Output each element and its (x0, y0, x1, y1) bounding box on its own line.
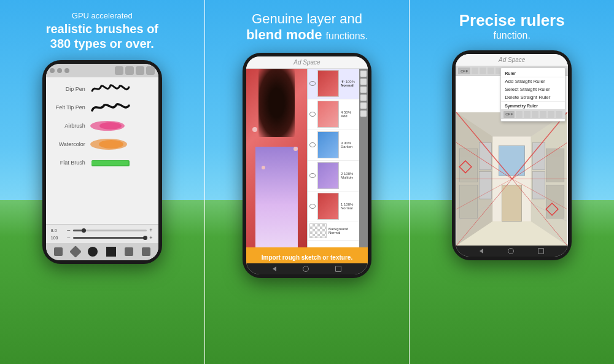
brush-label-felt-tip: Felt Tip Pen (49, 104, 85, 110)
svg-rect-20 (546, 185, 564, 219)
brush-item-airbrush[interactable]: Airbrush (49, 119, 156, 133)
phone-top-bar-layers: Ad Space (246, 56, 368, 69)
tool-move-icon[interactable] (125, 247, 133, 256)
svg-rect-15 (459, 149, 478, 182)
tool-pen-icon[interactable] (54, 247, 63, 256)
brush-item-dip-pen[interactable]: Dip Pen (49, 82, 156, 96)
side-tool-5[interactable] (360, 103, 367, 109)
layer-item-top[interactable]: 👁 100% Normal (308, 69, 359, 99)
anime-background (246, 69, 307, 263)
svg-rect-23 (499, 145, 524, 176)
color-square[interactable] (106, 247, 116, 257)
sym-off-btn[interactable]: OFF (503, 111, 515, 118)
panel-1-small-text: GPU accelerated (46, 11, 158, 20)
icon-undo[interactable] (115, 66, 123, 75)
sym-btn-5[interactable] (548, 111, 554, 118)
tool-layers-icon[interactable] (142, 247, 150, 256)
panel-3-heading: Precise rulers (459, 11, 565, 30)
layer-thumb-1 (317, 193, 339, 220)
ruler-btn-3[interactable] (488, 68, 494, 74)
icon-redo[interactable] (125, 66, 134, 75)
icon-settings[interactable] (136, 66, 144, 75)
side-tool-1[interactable] (360, 71, 367, 77)
layer-info-1: 1 100% Normal (341, 203, 357, 210)
phone-screen-rulers: Ad Space OFF Ruler Add Straight Ruler Se… (456, 54, 568, 257)
tool-eraser-icon[interactable] (69, 246, 82, 258)
import-text: Import rough sketch or texture. (262, 254, 352, 261)
layer-eye-4[interactable] (309, 112, 316, 117)
nav-back[interactable] (273, 266, 276, 271)
side-tool-2[interactable] (360, 79, 367, 85)
minus-icon-2[interactable]: – (66, 234, 71, 241)
svg-rect-24 (502, 185, 522, 222)
ruler-delete-straight[interactable]: Delete Straight Ruler (501, 93, 565, 101)
brush-item-flat-brush[interactable]: Flat Brush (49, 156, 156, 169)
brush-item-watercolor[interactable]: Watercolor (49, 137, 156, 151)
side-tool-6[interactable] (360, 110, 367, 117)
layer-eye-1[interactable] (309, 204, 316, 209)
ruler-dropdown-menu: Ruler Add Straight Ruler Select Straight… (500, 68, 565, 122)
svg-point-1 (99, 122, 122, 130)
layer-item-4[interactable]: 4 50% Add (308, 99, 359, 130)
sym-btn-2[interactable] (524, 111, 530, 118)
plus-icon-2[interactable]: + (149, 234, 154, 241)
sym-toolbar: OFF (501, 109, 565, 119)
side-tool-3[interactable] (360, 87, 367, 93)
color-swatch[interactable] (88, 247, 98, 257)
layers-sidebar-tools (359, 69, 368, 263)
layer-item-bg[interactable]: Background Normal (308, 222, 359, 241)
slider-opacity: 100 – + (51, 234, 154, 241)
layer-item-1[interactable]: 1 100% Normal (308, 192, 359, 222)
layer-info-bg: Background Normal (328, 227, 357, 234)
sym-btn-1[interactable] (516, 111, 523, 118)
layer-eye-2[interactable] (309, 173, 316, 178)
svg-rect-5 (91, 161, 128, 165)
phone-top-bar (46, 64, 158, 77)
layer-item-2[interactable]: 2 100% Multiply (308, 161, 359, 192)
plus-icon[interactable]: + (149, 227, 154, 233)
side-tool-4[interactable] (360, 95, 367, 101)
brush-label-flat-brush: Flat Brush (49, 160, 85, 166)
ruler-btn-1[interactable] (472, 68, 478, 74)
layer-eye-top[interactable] (309, 81, 316, 86)
ruler-select-straight[interactable]: Select Straight Ruler (501, 85, 565, 93)
layer-item-3[interactable]: 3 30% Darken (308, 130, 359, 161)
top-icons (115, 66, 155, 75)
nav-home[interactable] (303, 266, 309, 272)
ad-space-label-2: Ad Space (499, 56, 525, 63)
nav-home-3[interactable] (508, 248, 514, 254)
brush-label-watercolor: Watercolor (49, 141, 85, 147)
dot-3 (64, 68, 69, 73)
illustration-area (246, 69, 307, 263)
layer-eye-3[interactable] (309, 142, 316, 147)
dot-1 (50, 68, 55, 73)
opacity-slider-thumb[interactable] (143, 236, 147, 240)
ad-space-label-1: Ad Space (293, 59, 320, 66)
size-slider-track[interactable] (73, 230, 147, 231)
phone-outer-rulers: Ad Space OFF Ruler Add Straight Ruler Se… (452, 50, 572, 260)
layers-main-content: 👁 100% Normal 4 50% Add (246, 69, 368, 263)
sym-btn-4[interactable] (540, 111, 546, 118)
opacity-slider-track[interactable] (73, 237, 147, 239)
panel-2-heading: Genuine layer and blend mode functions. (246, 11, 368, 44)
sym-btn-6[interactable] (556, 111, 562, 118)
panel-brushes: GPU accelerated realistic brushes of380 … (0, 0, 204, 364)
ruler-add-straight[interactable]: Add Straight Ruler (501, 77, 565, 85)
layer-info-4: 4 50% Add (341, 110, 357, 118)
brush-item-felt-tip[interactable]: Felt Tip Pen (49, 101, 156, 114)
nav-square[interactable] (335, 266, 341, 272)
size-slider-thumb[interactable] (82, 228, 86, 233)
phone-nav-bar-rulers (456, 246, 568, 257)
nav-square-3[interactable] (538, 248, 544, 254)
brush-stroke-flat-brush (89, 156, 156, 169)
icon-more[interactable] (146, 66, 155, 75)
ruler-tool-off[interactable]: OFF (458, 68, 470, 74)
nav-back-3[interactable] (480, 249, 483, 254)
minus-icon[interactable]: – (66, 227, 71, 233)
phone-brushes: Dip Pen Felt Tip Pen (42, 60, 162, 264)
phone-top-bar-rulers: Ad Space (456, 54, 568, 66)
ruler-btn-2[interactable] (480, 68, 486, 74)
bottom-toolbar (46, 243, 158, 260)
sym-btn-3[interactable] (532, 111, 538, 118)
divider-1 (204, 0, 205, 364)
